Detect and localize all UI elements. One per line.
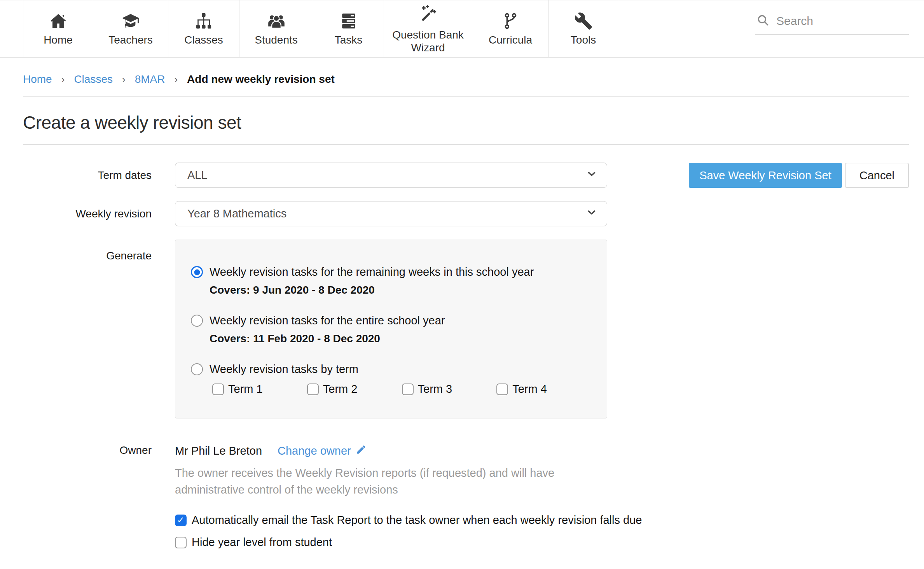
- nav-label: Tools: [571, 34, 596, 46]
- term-label[interactable]: Term 2: [323, 383, 358, 396]
- term-1-option[interactable]: Term 1: [212, 383, 307, 396]
- magic-wand-icon: [417, 4, 438, 25]
- owner-row: Owner Mr Phil Le Breton Change owner The…: [23, 444, 909, 549]
- covers-dates: Covers: 9 Jun 2020 - 8 Dec 2020: [210, 284, 591, 296]
- email-task-report-option[interactable]: Automatically email the Task Report to t…: [175, 514, 719, 527]
- radio-option-by-term[interactable]: Weekly revision tasks by term: [191, 363, 591, 376]
- change-owner-link[interactable]: Change owner: [278, 444, 367, 458]
- term-dates-value: ALL: [187, 169, 208, 182]
- breadcrumb-current: Add new weekly revision set: [187, 73, 335, 86]
- breadcrumb-home[interactable]: Home: [23, 73, 52, 86]
- radio-option-remaining-weeks[interactable]: Weekly revision tasks for the remaining …: [191, 266, 591, 278]
- nav-item-curricula[interactable]: Curricula: [472, 0, 548, 57]
- tasks-icon: [339, 12, 358, 30]
- term-1-checkbox[interactable]: [212, 383, 224, 395]
- term-4-checkbox[interactable]: [496, 383, 508, 395]
- terms-row: Term 1 Term 2 Term 3 Term 4: [212, 383, 591, 396]
- breadcrumb: Home › Classes › 8MAR › Add new weekly r…: [23, 73, 909, 86]
- owner-help-text: The owner receives the Weekly Revision r…: [175, 465, 560, 498]
- covers-dates: Covers: 11 Feb 2020 - 8 Dec 2020: [210, 333, 591, 345]
- radio-option-label[interactable]: Weekly revision tasks for the entire sch…: [210, 314, 445, 327]
- nav-item-students[interactable]: Students: [239, 0, 313, 57]
- nav-item-tools[interactable]: Tools: [548, 0, 618, 57]
- nav-item-home[interactable]: Home: [23, 0, 93, 57]
- term-3-option[interactable]: Term 3: [402, 383, 497, 396]
- radio-option-label[interactable]: Weekly revision tasks by term: [210, 363, 358, 376]
- divider: [23, 144, 909, 145]
- form-actions: Save Weekly Revision Set Cancel: [689, 163, 909, 188]
- home-icon: [49, 12, 68, 30]
- save-weekly-revision-set-button[interactable]: Save Weekly Revision Set: [689, 163, 842, 188]
- generate-label: Generate: [23, 240, 152, 262]
- nav-label: Home: [44, 34, 73, 46]
- pencil-icon: [356, 444, 367, 458]
- nav-label: Question Bank Wizard: [386, 29, 470, 54]
- page-title: Create a weekly revision set: [23, 112, 909, 133]
- breadcrumb-separator: ›: [122, 74, 126, 86]
- hide-year-level-label[interactable]: Hide year level from student: [192, 536, 332, 549]
- chevron-down-icon: [586, 168, 597, 182]
- term-4-option[interactable]: Term 4: [496, 383, 591, 396]
- generate-row: Generate Weekly revision tasks for the r…: [23, 240, 909, 418]
- nav-item-tasks[interactable]: Tasks: [313, 0, 384, 57]
- generate-options-box: Weekly revision tasks for the remaining …: [175, 240, 607, 418]
- term-label[interactable]: Term 3: [418, 383, 452, 396]
- divider: [23, 96, 909, 97]
- nav-item-classes[interactable]: Classes: [168, 0, 239, 57]
- weekly-revision-label: Weekly revision: [23, 208, 152, 220]
- nav-label: Students: [255, 34, 298, 46]
- nav-label: Teachers: [108, 34, 153, 46]
- nav-item-teachers[interactable]: Teachers: [93, 0, 168, 57]
- hide-year-level-checkbox[interactable]: [175, 537, 187, 548]
- chevron-down-icon: [586, 207, 597, 221]
- branch-icon: [501, 12, 519, 30]
- radio-button[interactable]: [191, 315, 203, 327]
- nav-label: Tasks: [335, 34, 363, 46]
- term-label[interactable]: Term 4: [512, 383, 547, 396]
- email-task-report-checkbox[interactable]: [175, 515, 187, 526]
- email-task-report-label[interactable]: Automatically email the Task Report to t…: [192, 514, 642, 527]
- weekly-revision-row: Weekly revision Year 8 Mathematics: [23, 201, 909, 226]
- search-icon: [756, 14, 769, 28]
- change-owner-label[interactable]: Change owner: [278, 445, 351, 457]
- students-icon: [266, 12, 287, 30]
- radio-option-entire-year[interactable]: Weekly revision tasks for the entire sch…: [191, 314, 591, 327]
- nav-label: Classes: [184, 34, 223, 46]
- nav-label: Curricula: [489, 34, 532, 46]
- wrench-icon: [574, 12, 593, 30]
- owner-label: Owner: [23, 444, 152, 457]
- breadcrumb-separator: ›: [174, 74, 178, 86]
- create-revision-form: Save Weekly Revision Set Cancel Term dat…: [23, 163, 909, 569]
- graduation-cap-icon: [121, 12, 141, 30]
- owner-name: Mr Phil Le Breton: [175, 445, 262, 457]
- hide-year-level-option[interactable]: Hide year level from student: [175, 536, 719, 549]
- weekly-revision-select[interactable]: Year 8 Mathematics: [175, 201, 607, 226]
- radio-button[interactable]: [191, 363, 203, 375]
- search-box: [755, 14, 909, 35]
- term-label[interactable]: Term 1: [228, 383, 263, 396]
- breadcrumb-classes[interactable]: Classes: [74, 73, 113, 86]
- cancel-button[interactable]: Cancel: [845, 163, 909, 188]
- term-dates-label: Term dates: [23, 169, 152, 182]
- term-dates-select[interactable]: ALL: [175, 163, 607, 188]
- breadcrumb-8mar[interactable]: 8MAR: [135, 73, 165, 86]
- sitemap-icon: [194, 12, 213, 30]
- nav-item-question-bank-wizard[interactable]: Question Bank Wizard: [384, 0, 472, 57]
- top-navigation: Home Teachers: [0, 0, 924, 58]
- radio-button[interactable]: [191, 266, 203, 278]
- breadcrumb-separator: ›: [61, 74, 65, 86]
- term-3-checkbox[interactable]: [402, 383, 414, 395]
- search-input[interactable]: [776, 14, 893, 28]
- term-2-option[interactable]: Term 2: [307, 383, 402, 396]
- weekly-revision-value: Year 8 Mathematics: [187, 207, 286, 220]
- radio-option-label[interactable]: Weekly revision tasks for the remaining …: [210, 266, 534, 278]
- term-2-checkbox[interactable]: [307, 383, 319, 395]
